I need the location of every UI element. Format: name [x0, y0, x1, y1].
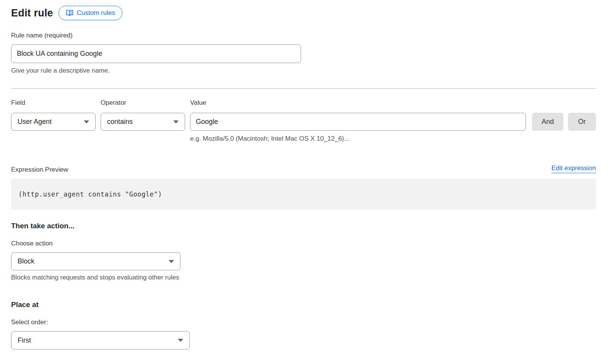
book-icon: [66, 10, 73, 16]
choose-action-label: Choose action: [11, 240, 596, 247]
operator-select-value: contains: [107, 118, 133, 126]
expression-preview-code-block: (http.user_agent contains "Google"): [11, 179, 596, 210]
custom-rules-badge[interactable]: Custom rules: [59, 6, 122, 20]
chevron-down-icon: [84, 120, 89, 123]
expression-preview-header: Expression Preview Edit expression: [11, 164, 596, 173]
select-order-label: Select order:: [11, 318, 596, 326]
action-help: Blocks matching requests and stops evalu…: [11, 274, 596, 281]
edit-rule-page: Edit rule Custom rules Rule name (requir…: [0, 0, 607, 364]
operator-label: Operator: [101, 99, 185, 106]
action-select-value: Block: [18, 257, 34, 265]
value-help: e.g. Mozilla/5.0 (Macintosh; Intel Mac O…: [190, 135, 526, 143]
custom-rules-badge-label: Custom rules: [77, 9, 115, 17]
field-select-value: User Agent: [18, 118, 52, 126]
action-section-heading: Then take action...: [11, 222, 596, 230]
field-select[interactable]: User Agent: [11, 113, 96, 131]
page-header: Edit rule Custom rules: [11, 5, 596, 21]
and-button[interactable]: And: [532, 113, 563, 131]
order-select-value: First: [18, 336, 31, 344]
expression-builder-row: Field User Agent Operator contains Value…: [11, 99, 596, 143]
page-title: Edit rule: [11, 7, 53, 19]
section-divider: [11, 88, 596, 89]
rule-name-help: Give your rule a descriptive name.: [11, 67, 596, 75]
chevron-down-icon: [173, 120, 179, 123]
chevron-down-icon: [178, 339, 183, 342]
placement-section-heading: Place at: [11, 301, 596, 309]
rule-name-input[interactable]: [11, 44, 301, 63]
rule-name-label: Rule name (required): [11, 32, 596, 39]
order-select[interactable]: First: [11, 331, 190, 349]
value-label: Value: [190, 99, 526, 106]
field-label: Field: [11, 99, 96, 106]
operator-select[interactable]: contains: [101, 113, 185, 131]
or-button[interactable]: Or: [568, 113, 596, 131]
value-input[interactable]: [190, 113, 526, 131]
edit-expression-link[interactable]: Edit expression: [552, 164, 596, 173]
expression-code: (http.user_agent contains "Google"): [18, 190, 162, 198]
expression-preview-label: Expression Preview: [11, 166, 68, 173]
chevron-down-icon: [169, 260, 174, 263]
action-select[interactable]: Block: [11, 252, 181, 270]
